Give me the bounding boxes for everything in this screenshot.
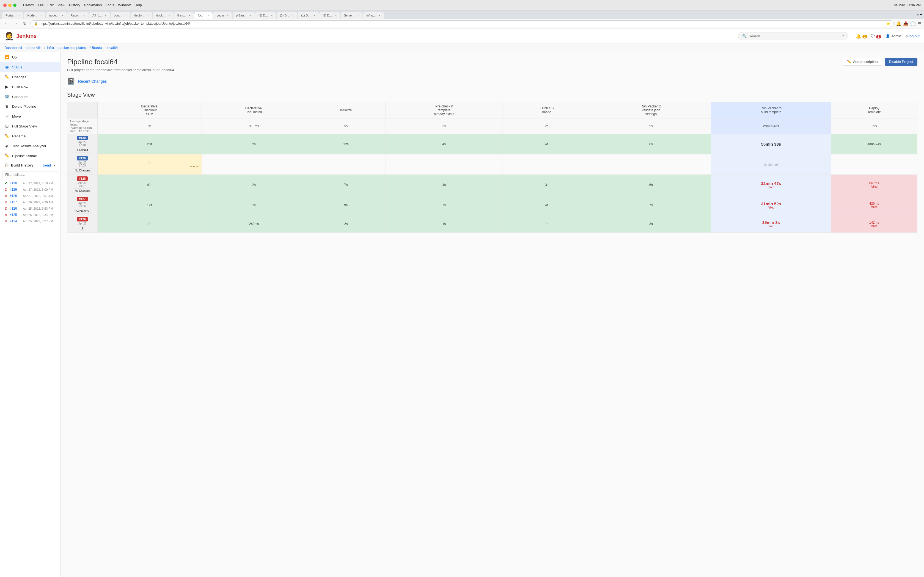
tab-d3[interactable]: (1) D...✕ xyxy=(298,12,319,19)
menu-edit[interactable]: Edit xyxy=(48,3,53,7)
stage-128-1[interactable]: 2s xyxy=(202,175,306,195)
breadcrumb-dettonville[interactable]: dettonville xyxy=(26,46,43,50)
stage-127-3[interactable]: 7s xyxy=(386,195,502,215)
stage-127-4[interactable]: 4s xyxy=(502,195,591,215)
alert-icon[interactable]: 🛡 1 xyxy=(871,34,881,39)
stage-130-6[interactable]: 55min 38s xyxy=(711,134,831,155)
stage-130-1[interactable]: 2s xyxy=(202,134,306,155)
search-bar[interactable]: 🔍 ? xyxy=(738,32,848,40)
trend-link[interactable]: trend xyxy=(43,163,51,167)
stage-130-3[interactable]: 4s xyxy=(386,134,502,155)
stage-126-4[interactable]: 1s xyxy=(502,215,591,233)
tab-focal-active[interactable]: foc...✕ xyxy=(194,12,213,19)
stage-129-0[interactable]: 1s aborted xyxy=(98,155,202,175)
build-link-130[interactable]: #130 xyxy=(10,181,21,185)
build-badge-126[interactable]: #126 xyxy=(77,217,87,221)
extension-icon-1[interactable]: 🔔 xyxy=(896,21,901,26)
stage-128-6[interactable]: 32min 47s failed xyxy=(711,175,831,195)
tab-serve[interactable]: Serve...✕ xyxy=(341,12,363,19)
sidebar-item-up[interactable]: 🔼 Up xyxy=(0,52,60,62)
build-badge-127[interactable]: #127 xyxy=(77,197,87,201)
new-tab-button[interactable]: + xyxy=(917,12,919,17)
menu-history[interactable]: History xyxy=(69,3,80,7)
stage-127-1[interactable]: 1s xyxy=(202,195,306,215)
sidebar-item-full-stage-view[interactable]: ⊞ Full Stage View xyxy=(0,121,60,131)
sidebar-item-rename[interactable]: ✏️ Rename xyxy=(0,131,60,141)
breadcrumb-dashboard[interactable]: Dashboard xyxy=(5,46,22,50)
build-link-129[interactable]: #129 xyxy=(10,188,21,192)
stage-128-2[interactable]: 7s xyxy=(306,175,386,195)
logout-section[interactable]: ⎋ log out xyxy=(906,34,919,38)
stage-127-7[interactable]: 426ms failed xyxy=(831,195,918,215)
tab-update[interactable]: upde...✕ xyxy=(46,12,67,19)
sidebar-item-changes[interactable]: ✏️ Changes xyxy=(0,72,60,82)
sidebar-item-status[interactable]: ◉ Status xyxy=(0,62,60,72)
commit-btn-128[interactable]: No Changes xyxy=(73,189,92,193)
tab-all[interactable]: All [d...✕ xyxy=(89,12,110,19)
stage-130-0[interactable]: 20s xyxy=(98,134,202,155)
hamburger-menu[interactable]: ☰ xyxy=(918,21,921,26)
commit-btn-126[interactable]: 2 xyxy=(80,226,85,231)
stage-128-7[interactable]: 661ms failed xyxy=(831,175,918,195)
stage-130-7[interactable]: 4min 24s xyxy=(831,134,918,155)
tab-deploy[interactable]: deplo...✕ xyxy=(131,12,152,19)
menu-help[interactable]: Help xyxy=(134,3,142,7)
build-link-124[interactable]: #124 xyxy=(10,219,21,223)
menu-bookmarks[interactable]: Bookmarks xyxy=(84,3,102,7)
stage-128-5[interactable]: 6s xyxy=(591,175,711,195)
commit-btn-130[interactable]: 1 commit xyxy=(75,148,90,153)
stage-127-2[interactable]: 9s xyxy=(306,195,386,215)
menu-tools[interactable]: Tools xyxy=(106,3,114,7)
add-description-button[interactable]: ✏️ Add description xyxy=(843,58,882,66)
build-link-125[interactable]: #125 xyxy=(10,213,21,217)
build-link-128[interactable]: #128 xyxy=(10,194,21,198)
menu-firefox[interactable]: Firefox xyxy=(23,3,34,7)
tab-d4[interactable]: (1) D...✕ xyxy=(319,12,340,19)
tab-repo[interactable]: Repo...✕ xyxy=(67,12,89,19)
tab-8str[interactable]: 8-str...✕ xyxy=(174,12,194,19)
stage-127-6[interactable]: 31min 52s failed xyxy=(711,195,831,215)
stage-126-6[interactable]: 35min 3s failed xyxy=(711,215,831,233)
stage-126-2[interactable]: 2s xyxy=(306,215,386,233)
forward-button[interactable]: → xyxy=(12,21,19,26)
commit-btn-129[interactable]: No Changes xyxy=(73,168,92,173)
notification-bell-icon[interactable]: 🔔 1 xyxy=(856,34,867,39)
build-badge-130[interactable]: #130 xyxy=(77,136,87,140)
sidebar-item-delete[interactable]: 🗑 Delete Pipeline xyxy=(0,102,60,111)
tab-d1[interactable]: (1) D...✕ xyxy=(255,12,276,19)
breadcrumb-focal64[interactable]: focal64 xyxy=(107,46,118,50)
stage-130-4[interactable]: 4s xyxy=(502,134,591,155)
stage-128-3[interactable]: 4s xyxy=(386,175,502,195)
build-link-126[interactable]: #126 xyxy=(10,206,21,211)
stage-127-0[interactable]: 12s xyxy=(98,195,202,215)
tab-porta[interactable]: Porta...✕ xyxy=(2,12,23,19)
username[interactable]: admin xyxy=(892,34,901,38)
stage-130-2[interactable]: 12s xyxy=(306,134,386,155)
help-icon[interactable]: ? xyxy=(842,34,844,38)
recent-changes-link[interactable]: Recent Changes xyxy=(78,79,107,84)
stage-126-5[interactable]: 3s xyxy=(591,215,711,233)
breadcrumb-packer-templates[interactable]: packer-templates xyxy=(58,46,86,50)
maximize-btn[interactable] xyxy=(13,3,16,7)
stage-128-4[interactable]: 3s xyxy=(502,175,591,195)
sidebar-item-pipeline-syntax[interactable]: ✏️ Pipeline Syntax xyxy=(0,151,60,161)
sidebar-item-configure[interactable]: ⚙️ Configure xyxy=(0,92,60,102)
menu-view[interactable]: View xyxy=(58,3,65,7)
tab-dropdown-button[interactable]: ▾ xyxy=(920,13,922,17)
tab-infra[interactable]: infra/...✕ xyxy=(363,12,384,19)
stage-126-3[interactable]: 1s xyxy=(386,215,502,233)
stage-128-0[interactable]: 41s xyxy=(98,175,202,195)
logout-button[interactable]: log out xyxy=(909,34,919,38)
disable-project-button[interactable]: Disable Project xyxy=(885,58,918,66)
build-badge-128[interactable]: #128 xyxy=(77,176,87,181)
url-bar[interactable]: 🔒 https://jenkins.admin.dettonville.int/… xyxy=(30,20,894,27)
sidebar-item-test-results-analyzer[interactable]: ◈ Test Results Analyzer xyxy=(0,141,60,151)
build-link-127[interactable]: #127 xyxy=(10,200,21,204)
tab-pfsen[interactable]: pfSen...✕ xyxy=(233,12,255,19)
chevron-up-icon[interactable]: ▲ xyxy=(53,164,56,167)
tab-boot[interactable]: boot...✕ xyxy=(111,12,131,19)
commit-btn-127[interactable]: 5 commits xyxy=(74,209,91,213)
minimize-btn[interactable] xyxy=(8,3,11,7)
mac-window-controls[interactable] xyxy=(3,3,16,7)
back-button[interactable]: ← xyxy=(3,21,10,26)
